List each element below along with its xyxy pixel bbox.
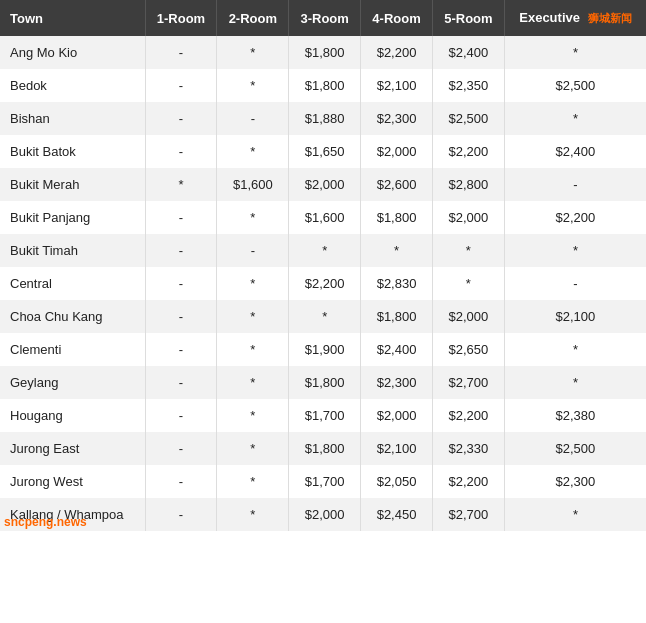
4room-cell: $2,300 bbox=[361, 366, 433, 399]
4room-cell: * bbox=[361, 234, 433, 267]
executive-cell: * bbox=[504, 36, 646, 69]
4room-cell: $2,300 bbox=[361, 102, 433, 135]
2room-cell: * bbox=[217, 333, 289, 366]
2room-cell: * bbox=[217, 36, 289, 69]
header-4room: 4-Room bbox=[361, 0, 433, 36]
2room-cell: * bbox=[217, 465, 289, 498]
5room-cell: $2,700 bbox=[432, 366, 504, 399]
1room-cell: - bbox=[145, 135, 217, 168]
header-5room: 5-Room bbox=[432, 0, 504, 36]
5room-cell: $2,400 bbox=[432, 36, 504, 69]
page-wrapper: Town 1-Room 2-Room 3-Room 4-Room 5-Room … bbox=[0, 0, 646, 531]
executive-cell: $2,100 bbox=[504, 300, 646, 333]
5room-cell: $2,200 bbox=[432, 465, 504, 498]
1room-cell: - bbox=[145, 102, 217, 135]
3room-cell: $1,800 bbox=[289, 36, 361, 69]
header-3room: 3-Room bbox=[289, 0, 361, 36]
3room-cell: $2,000 bbox=[289, 498, 361, 531]
table-row: Choa Chu Kang-**$1,800$2,000$2,100 bbox=[0, 300, 646, 333]
5room-cell: $2,650 bbox=[432, 333, 504, 366]
5room-cell: $2,200 bbox=[432, 399, 504, 432]
4room-cell: $1,800 bbox=[361, 201, 433, 234]
3room-cell: $1,800 bbox=[289, 366, 361, 399]
4room-cell: $2,600 bbox=[361, 168, 433, 201]
executive-cell: $2,300 bbox=[504, 465, 646, 498]
executive-cell: $2,380 bbox=[504, 399, 646, 432]
executive-cell: * bbox=[504, 498, 646, 531]
3room-cell: $1,880 bbox=[289, 102, 361, 135]
5room-cell: * bbox=[432, 267, 504, 300]
executive-cell: - bbox=[504, 267, 646, 300]
3room-cell: $1,700 bbox=[289, 465, 361, 498]
table-row: Clementi-*$1,900$2,400$2,650* bbox=[0, 333, 646, 366]
header-1room: 1-Room bbox=[145, 0, 217, 36]
table-row: Hougang-*$1,700$2,000$2,200$2,380 bbox=[0, 399, 646, 432]
5room-cell: $2,200 bbox=[432, 135, 504, 168]
2room-cell: * bbox=[217, 366, 289, 399]
header-town: Town bbox=[0, 0, 145, 36]
1room-cell: - bbox=[145, 399, 217, 432]
town-cell: Bukit Merah bbox=[0, 168, 145, 201]
town-cell: Bishan bbox=[0, 102, 145, 135]
1room-cell: - bbox=[145, 69, 217, 102]
table-row: Bukit Panjang-*$1,600$1,800$2,000$2,200 bbox=[0, 201, 646, 234]
1room-cell: - bbox=[145, 465, 217, 498]
table-row: Bukit Timah--**** bbox=[0, 234, 646, 267]
town-cell: Bukit Timah bbox=[0, 234, 145, 267]
1room-cell: * bbox=[145, 168, 217, 201]
table-row: Bukit Batok-*$1,650$2,000$2,200$2,400 bbox=[0, 135, 646, 168]
town-cell: Bedok bbox=[0, 69, 145, 102]
4room-cell: $2,000 bbox=[361, 399, 433, 432]
1room-cell: - bbox=[145, 333, 217, 366]
4room-cell: $2,100 bbox=[361, 432, 433, 465]
1room-cell: - bbox=[145, 36, 217, 69]
3room-cell: * bbox=[289, 300, 361, 333]
3room-cell: $2,000 bbox=[289, 168, 361, 201]
5room-cell: $2,700 bbox=[432, 498, 504, 531]
executive-cell: * bbox=[504, 366, 646, 399]
4room-cell: $2,450 bbox=[361, 498, 433, 531]
3room-cell: $1,800 bbox=[289, 69, 361, 102]
table-row: Bishan--$1,880$2,300$2,500* bbox=[0, 102, 646, 135]
4room-cell: $2,050 bbox=[361, 465, 433, 498]
2room-cell: * bbox=[217, 432, 289, 465]
table-row: Kallang / Whampoa-*$2,000$2,450$2,700* bbox=[0, 498, 646, 531]
4room-cell: $2,100 bbox=[361, 69, 433, 102]
town-cell: Jurong East bbox=[0, 432, 145, 465]
town-cell: Bukit Batok bbox=[0, 135, 145, 168]
executive-cell: $2,400 bbox=[504, 135, 646, 168]
4room-cell: $2,400 bbox=[361, 333, 433, 366]
town-cell: Hougang bbox=[0, 399, 145, 432]
1room-cell: - bbox=[145, 498, 217, 531]
executive-cell: $2,500 bbox=[504, 432, 646, 465]
executive-cell: $2,200 bbox=[504, 201, 646, 234]
2room-cell: * bbox=[217, 498, 289, 531]
header-executive-label: Executive bbox=[519, 10, 580, 25]
town-cell: Ang Mo Kio bbox=[0, 36, 145, 69]
2room-cell: * bbox=[217, 267, 289, 300]
4room-cell: $1,800 bbox=[361, 300, 433, 333]
5room-cell: $2,330 bbox=[432, 432, 504, 465]
town-cell: Bukit Panjang bbox=[0, 201, 145, 234]
town-cell: Central bbox=[0, 267, 145, 300]
table-row: Geylang-*$1,800$2,300$2,700* bbox=[0, 366, 646, 399]
executive-cell: $2,500 bbox=[504, 69, 646, 102]
2room-cell: - bbox=[217, 102, 289, 135]
3room-cell: * bbox=[289, 234, 361, 267]
5room-cell: $2,500 bbox=[432, 102, 504, 135]
2room-cell: * bbox=[217, 135, 289, 168]
1room-cell: - bbox=[145, 432, 217, 465]
2room-cell: * bbox=[217, 201, 289, 234]
watermark-bottom: sncpeng.news bbox=[0, 513, 91, 531]
3room-cell: $1,650 bbox=[289, 135, 361, 168]
town-cell: Clementi bbox=[0, 333, 145, 366]
watermark-top: 狮城新闻 bbox=[588, 11, 632, 26]
header-2room: 2-Room bbox=[217, 0, 289, 36]
2room-cell: $1,600 bbox=[217, 168, 289, 201]
1room-cell: - bbox=[145, 267, 217, 300]
5room-cell: $2,000 bbox=[432, 300, 504, 333]
4room-cell: $2,000 bbox=[361, 135, 433, 168]
4room-cell: $2,200 bbox=[361, 36, 433, 69]
5room-cell: $2,800 bbox=[432, 168, 504, 201]
3room-cell: $2,200 bbox=[289, 267, 361, 300]
